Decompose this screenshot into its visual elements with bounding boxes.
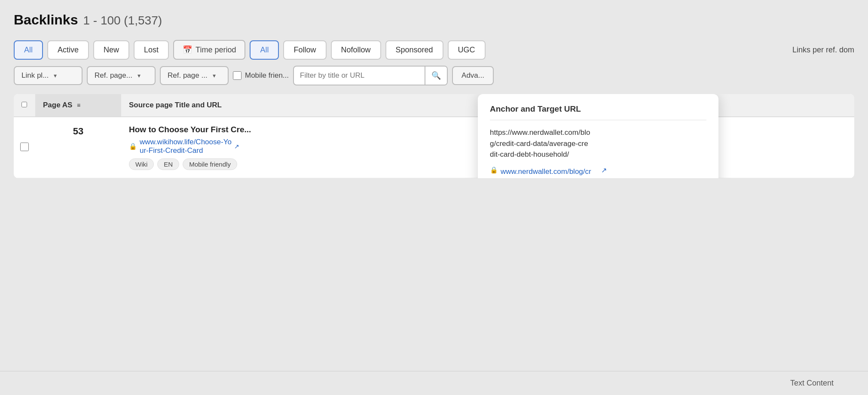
advanced-button[interactable]: Adva... [452, 66, 494, 85]
row-source: How to Choose Your First Cre... 🔒 www.wi… [121, 117, 476, 178]
anchor-popup: Anchor and Target URL https://www.nerdwa… [478, 94, 718, 178]
th-page-as[interactable]: Page AS ≡ [35, 94, 121, 117]
source-url-row: 🔒 www.wikihow.life/Choose-Your-First-Cre… [129, 138, 468, 155]
ref-page-dr-dropdown[interactable]: Ref. page... ▾ [87, 66, 156, 85]
time-period-label: Time period [196, 46, 236, 55]
mobile-friendly-filter: Mobile frien... [233, 71, 289, 80]
ref-page-dr-label: Ref. page... [95, 71, 132, 80]
links-per-label: Links per ref. dom [792, 46, 854, 55]
tag-wiki: Wiki [129, 158, 154, 170]
row-checkbox[interactable] [20, 143, 29, 151]
source-url-link[interactable]: www.wikihow.life/Choose-Your-First-Credi… [140, 138, 232, 155]
bottom-bar: Text Content [0, 371, 868, 395]
popup-link-row: 🔒 www.nerdwallet.com/blog/cr edit-card-d… [490, 166, 706, 179]
table-wrapper: Page AS ≡ Source page Title and URL Ext.… [14, 94, 854, 178]
chevron-down-icon-3: ▾ [213, 72, 216, 79]
external-link-icon: ↗ [234, 143, 239, 150]
th-source-label: Source page Title and URL [129, 101, 222, 109]
th-checkbox [14, 94, 35, 117]
chevron-down-icon: ▾ [54, 72, 57, 79]
mobile-friendly-checkbox[interactable] [233, 71, 241, 80]
search-icon: 🔍 [431, 71, 441, 80]
tab-ugc[interactable]: UGC [448, 40, 486, 60]
select-all-checkbox[interactable] [21, 102, 27, 107]
tab-active-status[interactable]: Active [47, 40, 89, 60]
page-range: 1 - 100 (1,537) [83, 14, 162, 27]
source-title: How to Choose Your First Cre... [129, 125, 468, 134]
table-header-row: Page AS ≡ Source page Title and URL Ext.… [14, 94, 854, 117]
filter-input-wrap: 🔍 [293, 66, 448, 85]
sort-icon: ≡ [77, 102, 80, 109]
search-button[interactable]: 🔍 [425, 67, 447, 85]
calendar-icon: 📅 [183, 45, 192, 55]
source-tags: Wiki EN Mobile friendly [129, 158, 468, 170]
popup-target-url: https://www.nerdwallet.com/blo g/credit-… [490, 127, 706, 160]
row-page-as: 53 [35, 117, 121, 178]
time-period-button[interactable]: 📅 Time period [173, 40, 245, 60]
page-wrapper: Backlinks 1 - 100 (1,537) All Active New… [0, 0, 868, 395]
th-page-as-label: Page AS [43, 101, 72, 109]
filter-row-2: Link pl... ▾ Ref. page... ▾ Ref. page ..… [14, 66, 854, 85]
tag-en: EN [157, 158, 179, 170]
page-header: Backlinks 1 - 100 (1,537) [14, 12, 854, 28]
tab-follow[interactable]: Follow [283, 40, 326, 60]
popup-link[interactable]: www.nerdwallet.com/blog/cr edit-card-dat… [501, 166, 597, 179]
page-title: Backlinks [14, 12, 78, 28]
tab-new-status[interactable]: New [93, 40, 129, 60]
text-content-label: Text Content [790, 379, 834, 388]
tag-mobile-friendly: Mobile friendly [183, 158, 237, 170]
th-source: Source page Title and URL [121, 94, 476, 117]
backlinks-table: Page AS ≡ Source page Title and URL Ext.… [14, 94, 854, 178]
tab-nofollow[interactable]: Nofollow [331, 40, 381, 60]
tab-lost-status[interactable]: Lost [134, 40, 169, 60]
mobile-friendly-label: Mobile frien... [245, 71, 289, 80]
lock-icon: 🔒 [129, 143, 137, 150]
chevron-down-icon-2: ▾ [138, 72, 141, 79]
filter-row-1: All Active New Lost 📅 Time period All Fo… [14, 40, 854, 60]
advanced-label: Adva... [462, 71, 484, 79]
popup-external-icon: ↗ [601, 166, 607, 174]
tab-all-status[interactable]: All [14, 40, 43, 60]
ref-page-lang-label: Ref. page ... [168, 71, 208, 80]
tab-all-linktype[interactable]: All [250, 40, 279, 60]
row-checkbox-cell [14, 117, 35, 178]
page-as-value: 53 [73, 126, 83, 137]
popup-lock-icon: 🔒 [490, 166, 498, 174]
filter-input[interactable] [294, 67, 425, 84]
popup-header: Anchor and Target URL [490, 104, 706, 120]
tab-sponsored[interactable]: Sponsored [385, 40, 443, 60]
table-row: 53 How to Choose Your First Cre... 🔒 www… [14, 117, 854, 178]
link-platform-label: Link pl... [21, 71, 49, 80]
ref-page-lang-dropdown[interactable]: Ref. page ... ▾ [160, 66, 229, 85]
link-platform-dropdown[interactable]: Link pl... ▾ [14, 66, 83, 85]
